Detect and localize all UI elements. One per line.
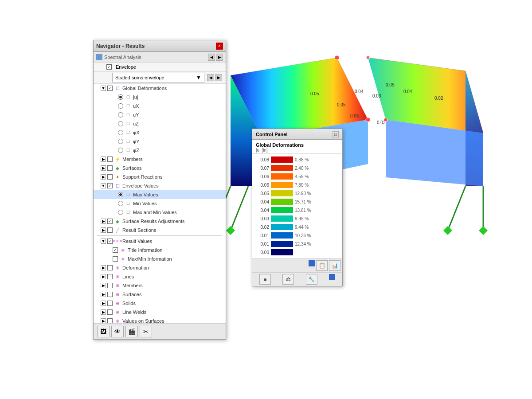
expand-result-sections[interactable]: ▶ [101, 227, 106, 233]
icon-maxmin-info: ❋ [119, 256, 126, 262]
tree-item-members2[interactable]: ▶ ❋ Members [94, 281, 226, 290]
legend-row: 0.072.40 % [256, 164, 339, 172]
checkbox-support-reactions[interactable] [107, 174, 113, 180]
tree-item-surfaces2[interactable]: ▶ ❋ Surfaces [94, 290, 226, 299]
tree-item-maxmin-info[interactable]: ❋ Max/Min Information [94, 254, 226, 263]
cp-grid-button[interactable]: 📊 [329, 260, 340, 271]
radio-phiy[interactable] [118, 139, 123, 144]
checkbox-members2[interactable] [107, 283, 113, 288]
tree-item-max-values[interactable]: ☐ Max Values [94, 190, 226, 199]
tree-item-lines[interactable]: ▶ ❋ Lines [94, 272, 226, 281]
control-panel-close-button[interactable]: □ [332, 131, 339, 137]
expand-global-deformations[interactable]: ▼ [101, 86, 106, 91]
checkbox-result-sections[interactable] [107, 227, 113, 233]
expand-solids[interactable]: ▶ [101, 301, 106, 306]
legend-color-swatch [271, 241, 293, 247]
label-ux: uX [133, 103, 139, 109]
tree-item-title-info[interactable]: ❋ Title Information [94, 246, 226, 254]
expand-support-reactions[interactable]: ▶ [101, 174, 106, 180]
envelope-checkbox[interactable] [106, 64, 112, 70]
cp-settings-button[interactable]: 📋 [316, 260, 328, 271]
subtitle-prev-button[interactable]: ◀ [208, 54, 215, 61]
checkbox-deformation[interactable] [107, 265, 113, 270]
tree-item-min-values[interactable]: ☐ Min Values [94, 199, 226, 208]
label-deformation: Deformation [122, 265, 149, 270]
cp-balance-button[interactable]: ⚖ [282, 274, 294, 285]
tree-item-values-on-surfaces[interactable]: ▶ ❋ Values on Surfaces [94, 317, 226, 323]
checkbox-line-welds[interactable] [107, 309, 113, 315]
tree-item-members[interactable]: ▶ ⚡ Members [94, 155, 226, 164]
radio-min-values[interactable] [118, 201, 123, 206]
tree-item-phiy[interactable]: ☐ φY [94, 137, 226, 146]
toolbar-camera-button[interactable]: 🎬 [125, 326, 138, 337]
tree-item-phiz[interactable]: ☐ φZ [94, 146, 226, 155]
subtitle-nav-arrows: ◀ ▶ [208, 54, 223, 61]
legend-percentage: 12.34 % [295, 242, 311, 246]
tree-item-surfaces[interactable]: ▶ ◆ Surfaces [94, 164, 226, 172]
toolbar-cut-button[interactable]: ✂ [140, 326, 152, 337]
checkbox-solids[interactable] [107, 301, 113, 306]
checkbox-envelope-values[interactable] [107, 183, 113, 188]
checkbox-lines[interactable] [107, 274, 113, 279]
tree-item-result-sections[interactable]: ▶ ╱ Result Sections [94, 226, 226, 235]
icon-deformation: ❋ [114, 265, 121, 271]
tree-item-global-deformations[interactable]: ▼ ☐ Global Deformations [94, 84, 226, 93]
dropdown-next-button[interactable]: ▶ [215, 74, 222, 81]
expand-result-values[interactable]: ▼ [101, 239, 106, 244]
radio-uy[interactable] [118, 112, 123, 117]
radio-phix[interactable] [118, 130, 123, 135]
checkbox-surfaces2[interactable] [107, 292, 113, 297]
tree-item-uz[interactable]: ☐ uZ [94, 119, 226, 128]
tree-separator [97, 235, 222, 236]
expand-line-welds[interactable]: ▶ [101, 309, 106, 315]
blue-indicator-bottom [329, 274, 335, 280]
expand-members[interactable]: ▶ [101, 156, 106, 162]
expand-deformation[interactable]: ▶ [101, 265, 106, 270]
scaled-sums-dropdown[interactable]: Scaled sums envelope ▼ [112, 73, 204, 82]
toolbar-eye-button[interactable]: 👁 [111, 326, 124, 337]
checkbox-maxmin-info[interactable] [113, 256, 118, 262]
expand-surface-results-adj[interactable]: ▶ [101, 219, 106, 224]
cp-wrench-button[interactable]: 🔧 [306, 274, 317, 285]
dropdown-prev-button[interactable]: ◀ [207, 74, 214, 81]
label-values-on-surfaces: Values on Surfaces [122, 318, 164, 323]
tree-item-uy[interactable]: ☐ uY [94, 110, 226, 119]
radio-uz[interactable] [118, 121, 123, 126]
subtitle-next-button[interactable]: ▶ [216, 54, 223, 61]
checkbox-values-on-surfaces[interactable] [107, 318, 113, 323]
checkbox-surface-results-adj[interactable] [107, 219, 113, 224]
checkbox-members[interactable] [107, 156, 113, 162]
tree-item-envelope-values[interactable]: ▼ ☐ Envelope Values [94, 181, 226, 190]
radio-phiz[interactable] [118, 148, 123, 153]
legend-value: 0.08 [256, 157, 269, 162]
checkbox-surfaces[interactable] [107, 165, 113, 171]
tree-item-u-abs[interactable]: ☐ |u| [94, 93, 226, 102]
cp-list-button[interactable]: ≡ [259, 274, 271, 285]
control-panel: Control Panel □ Global Deformations |u| … [252, 129, 343, 286]
tree-item-solids[interactable]: ▶ ❋ Solids [94, 299, 226, 308]
expand-members2[interactable]: ▶ [101, 283, 106, 288]
navigator-close-button[interactable]: × [216, 43, 223, 50]
tree-item-support-reactions[interactable]: ▶ ✦ Support Reactions [94, 172, 226, 181]
tree-item-line-welds[interactable]: ▶ ❋ Line Welds [94, 308, 226, 317]
expand-surfaces2[interactable]: ▶ [101, 292, 106, 297]
tree-item-max-min-values[interactable]: ☐ Max and Min Values [94, 208, 226, 217]
expand-surfaces[interactable]: ▶ [101, 165, 106, 171]
radio-u-abs[interactable] [118, 94, 123, 100]
toolbar-screenshot-button[interactable]: 🖼 [97, 326, 110, 337]
legend-percentage: 2.40 % [295, 166, 309, 171]
expand-values-on-surfaces[interactable]: ▶ [101, 318, 106, 323]
radio-max-min-values[interactable] [118, 210, 123, 215]
tree-item-result-values[interactable]: ▼ ✕✕✕ Result Values [94, 237, 226, 246]
checkbox-global-deformations[interactable] [107, 86, 113, 91]
radio-ux[interactable] [118, 103, 123, 109]
radio-max-values[interactable] [118, 192, 123, 197]
tree-item-surface-results-adj[interactable]: ▶ ◆ Surface Results Adjustments [94, 217, 226, 226]
tree-item-deformation[interactable]: ▶ ❋ Deformation [94, 263, 226, 272]
checkbox-title-info[interactable] [113, 247, 118, 253]
expand-envelope-values[interactable]: ▼ [101, 183, 106, 188]
tree-item-phix[interactable]: ☐ φX [94, 128, 226, 137]
color-legend: 0.080.88 %0.072.40 %0.064.59 %0.067.80 %… [252, 154, 342, 258]
tree-item-ux[interactable]: ☐ uX [94, 102, 226, 110]
expand-lines[interactable]: ▶ [101, 274, 106, 279]
